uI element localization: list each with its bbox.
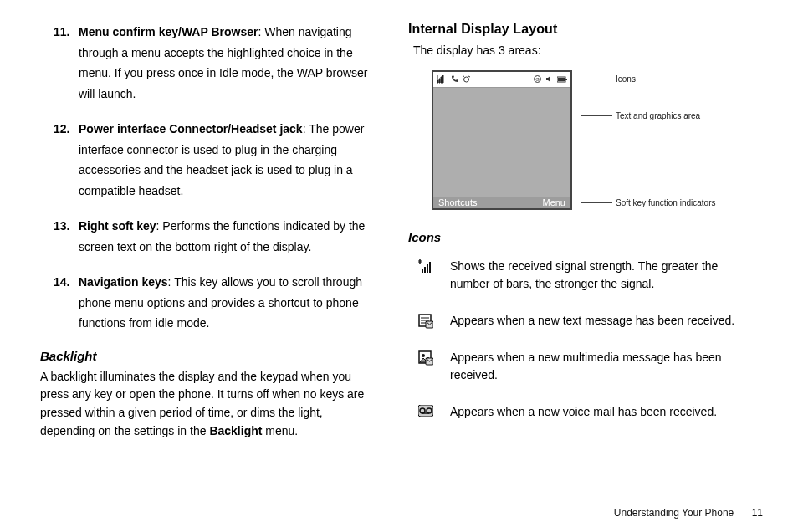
svg-rect-4 — [565, 79, 567, 80]
svg-rect-5 — [558, 78, 565, 81]
phone-screen: G Shortcuts Menu — [432, 70, 572, 210]
multimedia-message-icon — [417, 349, 435, 366]
callout-softkeys: Soft key function indicators — [581, 197, 716, 207]
list-item: 11. Menu confirm key/WAP Browser: When n… — [54, 22, 375, 104]
item-number: 13. — [54, 216, 69, 237]
icon-description: Shows the received signal strength. The … — [450, 258, 743, 294]
internal-display-heading: Internal Display Layout — [408, 22, 743, 37]
backlight-paragraph: A backlight illuminates the display and … — [40, 368, 375, 441]
left-column: 11. Menu confirm key/WAP Browser: When n… — [40, 22, 375, 440]
right-column: Internal Display Layout The display has … — [408, 22, 743, 440]
callout-icons: Icons — [581, 74, 636, 84]
item-term: Navigation keys — [79, 275, 168, 289]
alarm-icon — [463, 75, 470, 83]
callout-graphics: Text and graphics area — [581, 110, 700, 120]
footer-section: Understanding Your Phone — [614, 507, 734, 519]
icon-description: Appears when a new voice mail has been r… — [450, 403, 743, 422]
battery-icon — [557, 76, 567, 83]
item-term: Right soft key — [79, 219, 156, 233]
svg-text:G: G — [535, 77, 540, 82]
backlight-text-post: menu. — [262, 424, 298, 437]
svg-point-0 — [464, 77, 469, 82]
mute-icon — [545, 75, 553, 83]
signal-icon — [437, 75, 447, 84]
softkey-right: Menu — [542, 197, 565, 207]
list-item: 13. Right soft key: Performs the functio… — [54, 216, 375, 257]
svg-rect-9 — [429, 262, 431, 273]
item-number: 12. — [54, 119, 69, 140]
icon-description: Appears when a new multimedia message ha… — [450, 349, 743, 385]
list-item: 14. Navigation keys: This key allows you… — [54, 272, 375, 334]
phone-graphics-area — [433, 88, 570, 197]
list-item: 12. Power interface Connector/Headset ja… — [54, 119, 375, 201]
call-icon — [451, 75, 458, 83]
g-icon: G — [534, 75, 541, 83]
item-number: 14. — [54, 272, 69, 293]
svg-rect-8 — [427, 264, 428, 273]
icon-row: Shows the received signal strength. The … — [417, 258, 743, 294]
svg-rect-7 — [424, 267, 426, 273]
icon-description: Appears when a new text message has been… — [450, 312, 743, 330]
svg-point-13 — [422, 354, 425, 357]
softkey-left: Shortcuts — [438, 197, 477, 207]
icon-row: Appears when a new multimedia message ha… — [417, 349, 743, 385]
phone-icon-bar: G — [433, 72, 570, 88]
item-term: Menu confirm key/WAP Browser — [79, 25, 258, 38]
backlight-heading: Backlight — [40, 349, 375, 363]
svg-rect-6 — [422, 269, 423, 273]
icon-row: Appears when a new voice mail has been r… — [417, 403, 743, 422]
signal-strength-icon — [417, 258, 435, 273]
text-message-icon — [417, 312, 435, 329]
item-term: Power interface Connector/Headset jack — [79, 122, 303, 136]
backlight-text-pre: A backlight illuminates the display and … — [40, 370, 364, 437]
footer-page-number: 11 — [752, 507, 763, 519]
item-number: 11. — [54, 22, 69, 43]
phone-softkey-bar: Shortcuts Menu — [433, 197, 570, 208]
display-diagram: G Shortcuts Menu Icons — [432, 70, 743, 210]
display-intro: The display has 3 areas: — [413, 42, 743, 60]
backlight-text-bold: Backlight — [209, 424, 262, 437]
icon-row: Appears when a new text message has been… — [417, 312, 743, 330]
voicemail-icon — [417, 403, 435, 417]
page-footer: Understanding Your Phone 11 — [614, 507, 763, 519]
icons-heading: Icons — [408, 230, 743, 244]
numbered-list: 11. Menu confirm key/WAP Browser: When n… — [54, 22, 375, 334]
